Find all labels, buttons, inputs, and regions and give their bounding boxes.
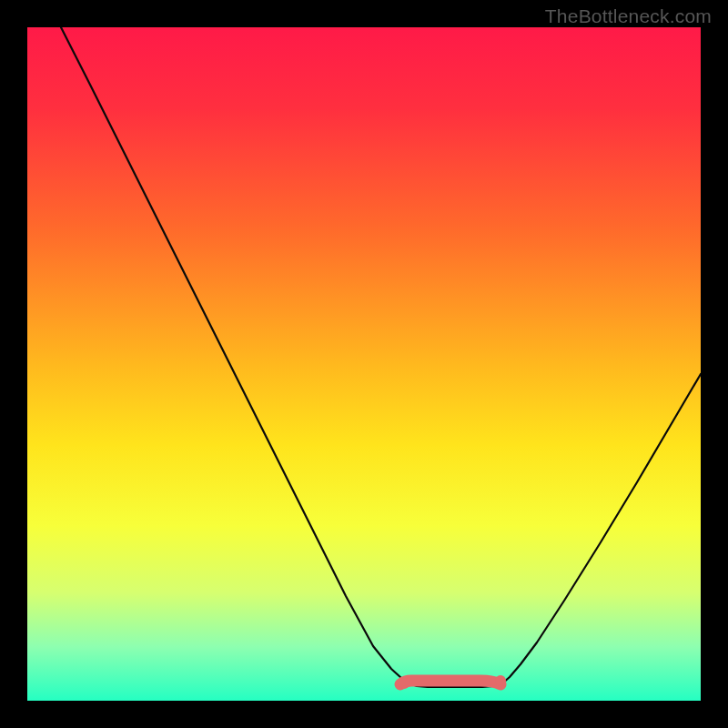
plot-area bbox=[27, 27, 701, 701]
highlight-marker bbox=[400, 681, 500, 684]
watermark-text: TheBottleneck.com bbox=[545, 5, 712, 27]
chart-frame: TheBottleneck.com bbox=[0, 0, 728, 728]
marker-dot-left bbox=[399, 678, 410, 689]
curve-layer bbox=[27, 27, 701, 701]
marker-dot-right bbox=[495, 675, 506, 686]
bottleneck-curve bbox=[61, 27, 701, 687]
